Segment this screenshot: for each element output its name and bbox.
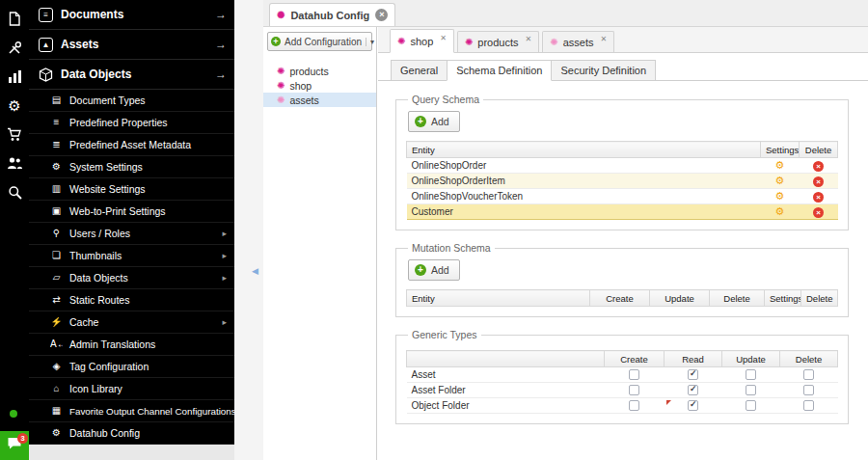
sidebar-item-system-settings[interactable]: ⚙ System Settings	[29, 156, 234, 178]
checkbox-read[interactable]	[688, 385, 698, 395]
checkbox-update[interactable]	[746, 369, 756, 380]
checkbox-delete[interactable]	[803, 400, 814, 411]
column-header-create[interactable]: Create	[590, 290, 650, 307]
tab-general[interactable]: General	[391, 60, 448, 81]
close-tab-icon[interactable]: ×	[375, 9, 388, 21]
collapse-panel-icon[interactable]: ◀	[252, 266, 258, 276]
checkbox-read[interactable]	[688, 400, 698, 411]
delete-icon[interactable]: ×	[813, 161, 824, 172]
tree-item-shop[interactable]: ✺ shop	[263, 78, 376, 93]
column-header-settings[interactable]: Settings	[761, 142, 800, 158]
generic-types-fieldset: Generic Types Create Read Update Delete …	[395, 329, 849, 424]
column-header-delete[interactable]: Delete	[780, 351, 838, 367]
delete-icon[interactable]: ×	[813, 207, 824, 218]
sidebar-item-cache[interactable]: ⚡ Cache ▸	[29, 311, 234, 334]
tab-schema-definition[interactable]: Schema Definition	[447, 60, 552, 81]
close-tab-icon[interactable]: ✕	[600, 35, 607, 43]
column-header-delete[interactable]: Delete	[800, 142, 838, 158]
checkbox-update[interactable]	[746, 400, 756, 411]
settings-gear-icon[interactable]: ⚙	[775, 190, 785, 202]
sidebar-item-data-objects[interactable]: ▱ Data Objects ▸	[29, 267, 234, 289]
column-header-delete[interactable]: Delete	[801, 290, 838, 307]
column-header-update[interactable]: Update	[650, 290, 710, 307]
reports-rail-icon[interactable]	[0, 66, 29, 87]
sidebar-item-static-routes[interactable]: ⇄ Static Routes	[29, 289, 234, 311]
column-header-blank	[407, 351, 605, 367]
sidebar-section-assets[interactable]: ▲ Assets →	[29, 30, 234, 60]
column-header-entity[interactable]: Entity	[407, 142, 761, 158]
sidebar-item-web-to-print-settings[interactable]: ▣ Web-to-Print Settings	[29, 201, 234, 223]
add-configuration-button[interactable]: + Add Configuration ▾	[267, 32, 372, 51]
sidebar-item-admin-translations[interactable]: A↔ Admin Translations	[29, 334, 234, 356]
table-row[interactable]: OnlineShopVoucherToken ⚙ ×	[407, 189, 838, 204]
close-tab-icon[interactable]: ✕	[526, 35, 532, 43]
tree-item-products[interactable]: ✺ products	[263, 64, 376, 78]
configuration-tree-panel: + Add Configuration ▾ ✺ products ✺ shop …	[263, 27, 377, 460]
submenu-arrow-icon: ▸	[222, 273, 227, 283]
table-row[interactable]: Object Folder	[407, 398, 838, 414]
window-tab-bar: ✺ Datahub Config ×	[263, 0, 868, 27]
search-rail-icon[interactable]	[0, 181, 29, 203]
sidebar-item-predefined-asset-metadata[interactable]: ≣ Predefined Asset Metadata	[29, 134, 234, 156]
sidebar-item-predefined-properties[interactable]: ≡ Predefined Properties	[29, 112, 234, 134]
document-types-icon: ▤	[50, 95, 63, 105]
checkbox-read[interactable]	[688, 369, 698, 380]
sidebar-item-icon-library[interactable]: ⌂ Icon Library	[29, 378, 234, 400]
checkbox-create[interactable]	[629, 369, 639, 380]
sidebar-item-document-types[interactable]: ▤ Document Types	[29, 90, 234, 112]
query-schema-table: Entity Settings Delete OnlineShopOrder ⚙…	[406, 141, 838, 220]
sidebar-item-website-settings[interactable]: ▥ Website Settings	[29, 178, 234, 201]
checkbox-delete[interactable]	[803, 369, 814, 380]
submenu-arrow-icon: ▸	[222, 251, 227, 260]
table-row[interactable]: Asset Folder	[407, 383, 838, 398]
users-rail-icon[interactable]	[0, 152, 29, 174]
sidebar-item-tag-configuration[interactable]: ◈ Tag Configuration	[29, 356, 234, 378]
column-header-update[interactable]: Update	[722, 351, 780, 367]
sidebar-item-favorite-output-channel-configurations[interactable]: ▦ Favorite Output Channel Configurations	[29, 400, 234, 422]
settings-gear-icon[interactable]: ⚙	[775, 175, 785, 186]
column-header-read[interactable]: Read	[665, 351, 722, 367]
sidebar-item-datahub-config[interactable]: ⚙ Datahub Config	[29, 422, 234, 445]
column-header-settings[interactable]: Settings	[765, 290, 801, 307]
mutation-schema-add-button[interactable]: + Add	[408, 259, 460, 281]
query-schema-fieldset: Query Schema + Add Entity Settings Delet…	[395, 94, 849, 230]
checkbox-create[interactable]	[629, 385, 639, 395]
column-header-create[interactable]: Create	[605, 351, 665, 367]
status-dot	[10, 410, 17, 418]
datahub-config-icon: ✺	[277, 95, 285, 105]
checkbox-delete[interactable]	[803, 385, 814, 395]
table-row[interactable]: Asset	[407, 367, 838, 383]
table-row[interactable]: OnlineShopOrderItem ⚙ ×	[407, 174, 838, 189]
tag-icon: ◈	[50, 362, 63, 371]
column-header-delete[interactable]: Delete	[710, 290, 765, 307]
tab-products[interactable]: ✺ products ✕	[457, 31, 539, 52]
settings-rail-icon[interactable]: ⚙	[0, 95, 29, 116]
column-header-entity[interactable]: Entity	[407, 290, 590, 307]
tools-rail-icon[interactable]	[0, 37, 29, 58]
tree-item-assets[interactable]: ✺ assets	[263, 93, 376, 107]
datahub-config-icon: ✺	[397, 37, 405, 46]
delete-icon[interactable]: ×	[813, 192, 824, 203]
tab-shop[interactable]: ✺ shop ✕	[390, 29, 454, 53]
delete-icon[interactable]: ×	[813, 176, 824, 187]
sidebar-item-thumbnails[interactable]: ❏ Thumbnails ▸	[29, 245, 234, 267]
settings-gear-icon[interactable]: ⚙	[775, 205, 785, 217]
table-row-selected[interactable]: Customer ⚙ ×	[407, 204, 838, 220]
tab-assets[interactable]: ✺ assets ✕	[542, 31, 614, 52]
close-tab-icon[interactable]: ✕	[440, 34, 447, 42]
query-schema-add-button[interactable]: + Add	[408, 111, 460, 132]
sidebar-section-documents[interactable]: ≡ Documents →	[29, 0, 234, 30]
chat-button[interactable]: 3	[0, 431, 29, 460]
documents-rail-icon[interactable]	[0, 8, 29, 29]
configuration-list: ✺ products ✺ shop ✺ assets	[263, 64, 376, 107]
ecommerce-rail-icon[interactable]	[0, 123, 29, 145]
checkbox-update[interactable]	[746, 385, 756, 395]
sidebar-section-data-objects[interactable]: Data Objects →	[29, 60, 234, 90]
sidebar-item-users-roles[interactable]: ⚲ Users / Roles ▸	[29, 223, 234, 245]
datahub-config-icon: ✺	[550, 38, 557, 47]
window-tab-datahub-config[interactable]: ✺ Datahub Config ×	[269, 3, 395, 26]
checkbox-create[interactable]	[629, 400, 639, 411]
settings-gear-icon[interactable]: ⚙	[775, 159, 785, 171]
tab-security-definition[interactable]: Security Definition	[551, 60, 656, 81]
table-row[interactable]: OnlineShopOrder ⚙ ×	[407, 158, 838, 174]
